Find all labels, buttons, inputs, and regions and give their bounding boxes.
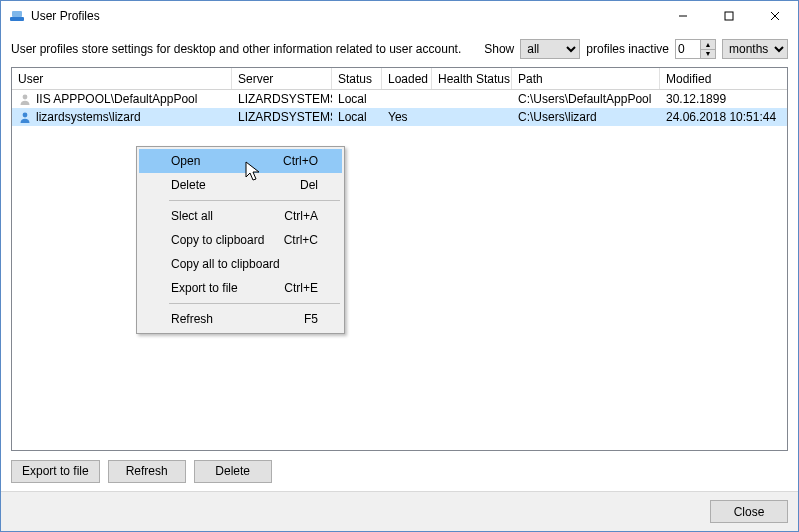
profiles-grid: User Server Status Loaded Health Status … bbox=[11, 67, 788, 451]
col-user[interactable]: User bbox=[12, 68, 232, 89]
svg-rect-1 bbox=[12, 11, 22, 17]
menu-item-shortcut: Ctrl+E bbox=[284, 281, 318, 295]
cell-path: C:\Users\DefaultAppPool bbox=[518, 92, 651, 106]
col-loaded[interactable]: Loaded bbox=[382, 68, 432, 89]
menu-item-refresh[interactable]: Refresh F5 bbox=[139, 307, 342, 331]
window-title: User Profiles bbox=[31, 9, 660, 23]
col-server[interactable]: Server bbox=[232, 68, 332, 89]
menu-item-shortcut: Ctrl+A bbox=[284, 209, 318, 223]
menu-item-shortcut: Ctrl+C bbox=[284, 233, 318, 247]
menu-separator bbox=[169, 303, 340, 304]
cell-status: Local bbox=[338, 110, 367, 124]
show-select[interactable]: all bbox=[520, 39, 580, 59]
inactive-label: profiles inactive bbox=[586, 42, 669, 56]
cell-user: IIS APPPOOL\DefaultAppPool bbox=[36, 92, 197, 106]
window-buttons bbox=[660, 1, 798, 31]
cell-server: LIZARDSYSTEMS bbox=[238, 92, 332, 106]
menu-item-label: Refresh bbox=[171, 312, 292, 326]
filter-bar: User profiles store settings for desktop… bbox=[1, 31, 798, 67]
close-button[interactable] bbox=[752, 1, 798, 31]
menu-item-select-all[interactable]: Slect all Ctrl+A bbox=[139, 204, 342, 228]
window: User Profiles User profiles store settin… bbox=[0, 0, 799, 532]
cell-mod: 30.12.1899 bbox=[666, 92, 726, 106]
minimize-button[interactable] bbox=[660, 1, 706, 31]
menu-item-export[interactable]: Export to file Ctrl+E bbox=[139, 276, 342, 300]
menu-separator bbox=[169, 200, 340, 201]
menu-item-copy[interactable]: Copy to clipboard Ctrl+C bbox=[139, 228, 342, 252]
col-mod[interactable]: Modified bbox=[660, 68, 787, 89]
svg-rect-3 bbox=[725, 12, 733, 20]
show-label: Show bbox=[484, 42, 514, 56]
menu-item-label: Export to file bbox=[171, 281, 272, 295]
menu-item-label: Delete bbox=[171, 178, 288, 192]
menu-item-shortcut: Del bbox=[300, 178, 318, 192]
stepper-buttons: ▲ ▼ bbox=[700, 40, 715, 58]
user-blue-icon bbox=[18, 110, 32, 124]
cell-status: Local bbox=[338, 92, 367, 106]
grid-body: IIS APPPOOL\DefaultAppPool LIZARDSYSTEMS… bbox=[12, 90, 787, 450]
cell-mod: 24.06.2018 10:51:44 bbox=[666, 110, 776, 124]
bottom-button-bar: Export to file Refresh Delete bbox=[1, 451, 798, 491]
col-health[interactable]: Health Status bbox=[432, 68, 512, 89]
menu-item-label: Slect all bbox=[171, 209, 272, 223]
table-row[interactable]: lizardsystems\lizard LIZARDSYSTEMS Local… bbox=[12, 108, 787, 126]
inactive-value[interactable] bbox=[676, 40, 700, 58]
delete-button[interactable]: Delete bbox=[194, 460, 272, 483]
grid-header: User Server Status Loaded Health Status … bbox=[12, 68, 787, 90]
cell-path: C:\Users\lizard bbox=[518, 110, 597, 124]
svg-point-6 bbox=[23, 95, 28, 100]
menu-item-shortcut: Ctrl+O bbox=[283, 154, 318, 168]
menu-item-delete[interactable]: Delete Del bbox=[139, 173, 342, 197]
col-path[interactable]: Path bbox=[512, 68, 660, 89]
description-text: User profiles store settings for desktop… bbox=[11, 42, 461, 56]
title-bar: User Profiles bbox=[1, 1, 798, 31]
cell-server: LIZARDSYSTEMS bbox=[238, 110, 332, 124]
close-dialog-button[interactable]: Close bbox=[710, 500, 788, 523]
inactive-stepper[interactable]: ▲ ▼ bbox=[675, 39, 716, 59]
export-button[interactable]: Export to file bbox=[11, 460, 100, 483]
menu-item-label: Copy all to clipboard bbox=[171, 257, 306, 271]
svg-point-7 bbox=[23, 113, 28, 118]
user-gray-icon bbox=[18, 92, 32, 106]
context-menu: Open Ctrl+O Delete Del Slect all Ctrl+A … bbox=[136, 146, 345, 334]
menu-item-label: Open bbox=[171, 154, 271, 168]
stepper-up-icon[interactable]: ▲ bbox=[701, 40, 715, 49]
col-status[interactable]: Status bbox=[332, 68, 382, 89]
cell-loaded: Yes bbox=[388, 110, 408, 124]
menu-item-shortcut: F5 bbox=[304, 312, 318, 326]
dialog-footer: Close bbox=[1, 491, 798, 531]
menu-item-copy-all[interactable]: Copy all to clipboard bbox=[139, 252, 342, 276]
stepper-down-icon[interactable]: ▼ bbox=[701, 49, 715, 59]
menu-item-label: Copy to clipboard bbox=[171, 233, 272, 247]
months-select[interactable]: months bbox=[722, 39, 788, 59]
table-row[interactable]: IIS APPPOOL\DefaultAppPool LIZARDSYSTEMS… bbox=[12, 90, 787, 108]
refresh-button[interactable]: Refresh bbox=[108, 460, 186, 483]
maximize-button[interactable] bbox=[706, 1, 752, 31]
svg-rect-0 bbox=[10, 17, 24, 21]
cell-user: lizardsystems\lizard bbox=[36, 110, 141, 124]
menu-item-open[interactable]: Open Ctrl+O bbox=[139, 149, 342, 173]
app-icon bbox=[9, 8, 25, 24]
